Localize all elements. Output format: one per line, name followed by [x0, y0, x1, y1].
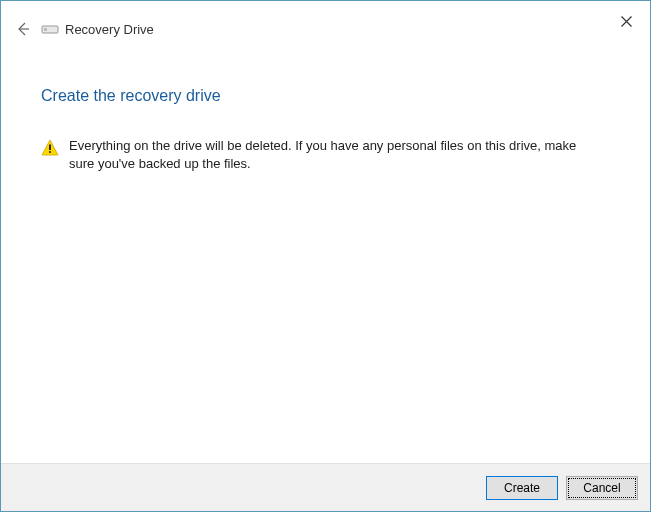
close-icon	[621, 16, 632, 27]
wizard-footer: Create Cancel	[1, 463, 650, 511]
close-button[interactable]	[616, 11, 636, 31]
svg-rect-1	[44, 28, 47, 31]
page-heading: Create the recovery drive	[41, 87, 610, 105]
svg-rect-2	[49, 145, 51, 151]
wizard-content: Create the recovery drive Everything on …	[1, 87, 650, 172]
create-button[interactable]: Create	[486, 476, 558, 500]
cancel-button[interactable]: Cancel	[566, 476, 638, 500]
warning-text: Everything on the drive will be deleted.…	[69, 137, 589, 172]
svg-rect-3	[49, 151, 51, 153]
back-button[interactable]	[13, 19, 33, 39]
wizard-header: Recovery Drive	[1, 1, 650, 57]
wizard-title: Recovery Drive	[65, 22, 154, 37]
back-arrow-icon	[15, 21, 31, 37]
warning-icon	[41, 139, 59, 157]
warning-row: Everything on the drive will be deleted.…	[41, 137, 610, 172]
recovery-drive-icon	[41, 22, 59, 36]
